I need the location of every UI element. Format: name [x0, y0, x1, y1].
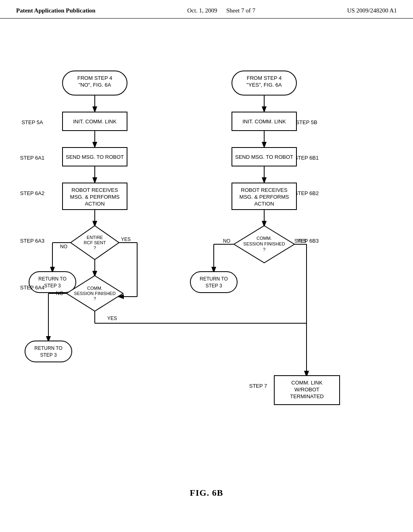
svg-text:STEP 3: STEP 3	[40, 352, 56, 358]
svg-rect-43	[25, 341, 72, 362]
svg-text:NO: NO	[60, 244, 67, 249]
svg-text:RETURN TO: RETURN TO	[34, 345, 63, 351]
svg-text:SESSION FINISHED: SESSION FINISHED	[243, 241, 285, 246]
svg-text:SEND MSG. TO ROBOT: SEND MSG. TO ROBOT	[66, 154, 124, 160]
svg-text:STEP 7: STEP 7	[249, 383, 267, 389]
svg-text:YES: YES	[297, 238, 307, 244]
svg-text:STEP 6B1: STEP 6B1	[294, 155, 319, 161]
figure-label: FIG. 6B	[190, 488, 223, 498]
svg-text:RETURN TO: RETURN TO	[38, 276, 67, 282]
svg-text:YES: YES	[121, 237, 131, 242]
svg-text:ROBOT RECEIVES: ROBOT RECEIVES	[71, 187, 118, 193]
flowchart-svg: FROM STEP 4 "NO", FIG. 6A STEP 5A INIT. …	[0, 19, 413, 510]
svg-text:ACTION: ACTION	[254, 201, 274, 207]
svg-text:?: ?	[94, 245, 96, 250]
svg-text:STEP 6A4: STEP 6A4	[20, 285, 44, 291]
svg-text:INIT. COMM. LINK: INIT. COMM. LINK	[73, 118, 117, 125]
svg-text:MSG. & PERFORMS: MSG. & PERFORMS	[70, 194, 120, 200]
svg-text:ROBOT RECEIVES: ROBOT RECEIVES	[241, 187, 288, 193]
svg-text:STEP 5B: STEP 5B	[296, 119, 317, 125]
svg-text:SEND MSG. TO ROBOT: SEND MSG. TO ROBOT	[235, 154, 293, 160]
svg-text:STEP 6A3: STEP 6A3	[20, 238, 44, 244]
svg-text:INIT. COMM. LINK: INIT. COMM. LINK	[242, 118, 286, 125]
svg-text:STEP 5A: STEP 5A	[21, 119, 43, 125]
svg-text:ENTIRE: ENTIRE	[87, 235, 103, 240]
svg-text:STEP 6B2: STEP 6B2	[294, 190, 319, 196]
svg-text:RCF SENT: RCF SENT	[84, 240, 106, 245]
svg-rect-76	[190, 272, 237, 293]
svg-text:COMM.: COMM.	[257, 236, 272, 241]
header-patent-number: US 2009/248200 A1	[347, 7, 397, 14]
svg-text:NO: NO	[223, 238, 230, 244]
diagram-area: FROM STEP 4 "NO", FIG. 6A STEP 5A INIT. …	[0, 19, 413, 510]
svg-text:?: ?	[94, 296, 96, 301]
svg-text:FROM STEP 4: FROM STEP 4	[247, 75, 282, 81]
page-header: Patent Application Publication Oct. 1, 2…	[0, 0, 413, 19]
svg-text:COMM.: COMM.	[87, 286, 102, 291]
svg-text:ACTION: ACTION	[85, 201, 104, 207]
svg-text:?: ?	[263, 247, 265, 252]
svg-text:STEP 3: STEP 3	[205, 283, 222, 289]
svg-text:STEP 3: STEP 3	[44, 283, 60, 289]
header-date: Oct. 1, 2009	[187, 7, 217, 14]
svg-text:"YES", FIG. 6A: "YES", FIG. 6A	[246, 82, 282, 88]
svg-text:STEP 6A2: STEP 6A2	[20, 190, 44, 196]
svg-text:W/ROBOT: W/ROBOT	[294, 387, 319, 393]
svg-text:YES: YES	[107, 316, 117, 321]
svg-text:SESSION FINISHED: SESSION FINISHED	[74, 291, 115, 296]
svg-text:FROM STEP 4: FROM STEP 4	[77, 75, 112, 81]
svg-text:MSG. & PERFORMS: MSG. & PERFORMS	[240, 194, 289, 200]
header-date-sheet: Oct. 1, 2009 Sheet 7 of 7	[187, 7, 255, 14]
header-sheet: Sheet 7 of 7	[226, 7, 255, 14]
svg-text:"NO", FIG. 6A: "NO", FIG. 6A	[79, 82, 111, 88]
svg-text:STEP 6A1: STEP 6A1	[20, 155, 44, 161]
svg-text:COMM. LINK: COMM. LINK	[291, 380, 323, 386]
header-publication: Patent Application Publication	[16, 7, 96, 14]
svg-text:RETURN TO: RETURN TO	[200, 276, 228, 282]
svg-text:TERMINATED: TERMINATED	[290, 393, 324, 399]
